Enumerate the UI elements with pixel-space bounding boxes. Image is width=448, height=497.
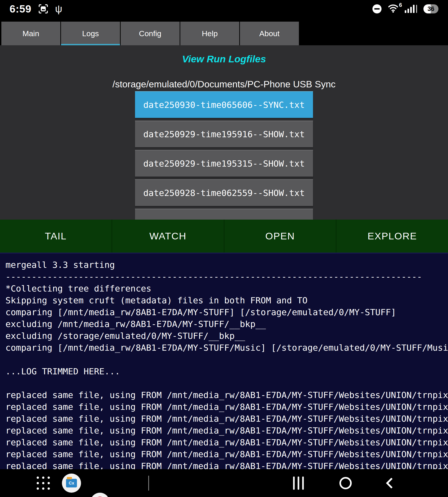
log-line — [5, 377, 448, 389]
logfile-button-selected[interactable]: date250930-time065606--SYNC.txt — [135, 91, 313, 118]
tab-config[interactable]: Config — [121, 22, 180, 45]
opera-browser-icon[interactable] — [90, 493, 110, 497]
log-output-console[interactable]: mergeall 3.3 starting ------------------… — [0, 253, 448, 469]
explore-button[interactable]: EXPLORE — [336, 220, 448, 253]
do-not-disturb-icon — [372, 4, 382, 14]
log-line — [5, 354, 448, 365]
watch-button[interactable]: WATCH — [112, 220, 224, 253]
tab-main[interactable]: Main — [1, 22, 60, 45]
wifi-icon: 6 — [388, 4, 398, 14]
cx-file-explorer-icon[interactable]: Cx — [62, 474, 81, 493]
log-line: replaced same file, using FROM /mnt/medi… — [5, 460, 448, 469]
status-bar: 6:59 ψ 6 — [0, 0, 448, 18]
taskbar-divider — [148, 476, 149, 491]
usb-connected-icon: ψ — [55, 4, 62, 14]
logs-screen: View Run Logfiles /storage/emulated/0/Do… — [0, 45, 448, 220]
log-line: ----------------------------------------… — [5, 271, 448, 283]
bottom-nav-bar: Cx ✿ ♪ — [0, 469, 448, 497]
battery-indicator: 36 — [423, 4, 438, 14]
log-line: comparing [/mnt/media_rw/8AB1-E7DA/MY-ST… — [5, 306, 448, 318]
log-action-bar: TAIL WATCH OPEN EXPLORE — [0, 220, 448, 253]
log-line: replaced same file, using FROM /mnt/medi… — [5, 389, 448, 401]
back-nav-button[interactable] — [386, 478, 397, 489]
page-title: View Run Logfiles — [0, 53, 448, 65]
log-line: replaced same file, using FROM /mnt/medi… — [5, 401, 448, 413]
tail-button[interactable]: TAIL — [0, 220, 112, 253]
log-line: replaced same file, using FROM /mnt/medi… — [5, 448, 448, 460]
tab-about[interactable]: About — [240, 22, 299, 45]
log-line: excluding /mnt/media_rw/8AB1-E7DA/MY-STU… — [5, 318, 448, 330]
logfile-button[interactable]: date250928-time062559--SHOW.txt — [135, 179, 313, 206]
tab-logs[interactable]: Logs — [61, 22, 120, 45]
log-line: replaced same file, using FROM /mnt/medi… — [5, 425, 448, 436]
log-line: comparing [/mnt/media_rw/8AB1-E7DA/MY-ST… — [5, 342, 448, 354]
log-line: *Collecting tree differences — [5, 283, 448, 295]
log-line: replaced same file, using FROM /mnt/medi… — [5, 436, 448, 448]
recents-nav-button[interactable] — [293, 477, 304, 490]
log-line: ...LOG TRIMMED HERE... — [5, 365, 448, 377]
logfile-button[interactable]: date250929-time195315--SHOW.txt — [135, 150, 313, 177]
logfile-button-partial[interactable] — [135, 209, 313, 220]
log-line: excluding /storage/emulated/0/MY-STUFF/_… — [5, 330, 448, 342]
tab-bar: Main Logs Config Help About — [1, 22, 299, 45]
log-line: mergeall 3.3 starting — [5, 259, 448, 271]
app-drawer-icon[interactable] — [37, 477, 50, 490]
android-screen: 6:59 ψ 6 — [0, 0, 448, 497]
home-nav-button[interactable] — [339, 477, 352, 489]
wifi-generation-label: 6 — [399, 2, 402, 8]
screenshot-notification-icon — [38, 3, 49, 14]
clock: 6:59 — [10, 3, 32, 15]
cx-label: Cx — [69, 481, 74, 486]
battery-percent: 36 — [428, 5, 434, 13]
open-button[interactable]: OPEN — [224, 220, 337, 253]
logfile-folder-path: /storage/emulated/0/Documents/PC-Phone U… — [0, 79, 448, 90]
logfile-list: date250930-time065606--SYNC.txt date2509… — [135, 91, 313, 220]
log-line: replaced same file, using FROM /mnt/medi… — [5, 413, 448, 425]
cellular-signal-icon — [405, 5, 417, 13]
tab-help[interactable]: Help — [180, 22, 239, 45]
logfile-button[interactable]: date250929-time195916--SHOW.txt — [135, 121, 313, 147]
log-line: Skipping system cruft (metadata) files i… — [5, 295, 448, 306]
